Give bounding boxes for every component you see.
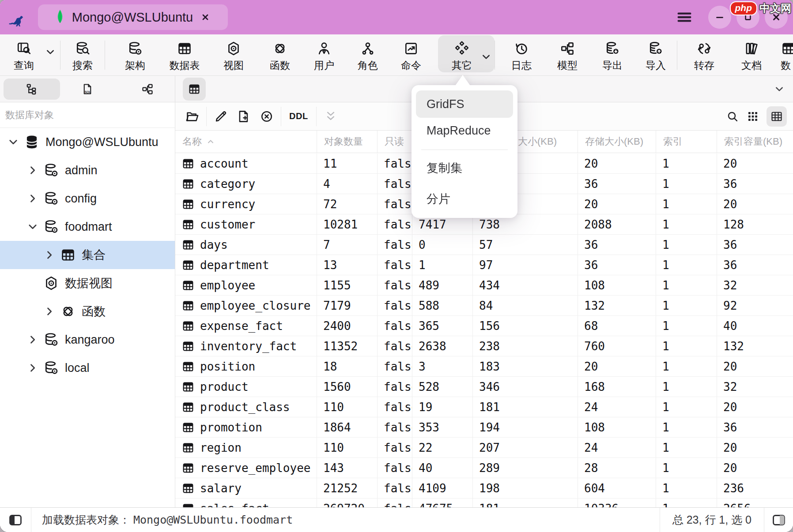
cell-value: 489 (419, 279, 439, 292)
tab-close-icon[interactable] (200, 12, 211, 22)
menu-item-gridfs[interactable]: GridFS (416, 90, 513, 118)
column-header-1[interactable]: 对象数量 (317, 131, 378, 153)
toolbar-table-button[interactable]: 数据表 (160, 34, 209, 76)
table-row[interactable]: product1560false528346168132 (175, 377, 793, 397)
chevron-expanded-icon[interactable] (7, 136, 19, 148)
chevron-collapsed-icon[interactable] (26, 192, 39, 205)
menu-item-item3[interactable]: 分片 (416, 186, 513, 212)
chevron-expanded-icon[interactable] (26, 221, 39, 233)
tabrow-chevron-down-icon[interactable] (774, 83, 785, 95)
table-cell: 20 (578, 194, 656, 214)
table-row[interactable]: inventory_fact11352false26382387601132 (175, 336, 793, 356)
cell-value: 47675 (419, 502, 453, 508)
toolbar-schema-button[interactable]: 架构 (110, 34, 160, 76)
table-row[interactable]: position18false318320120 (175, 356, 793, 377)
table-row[interactable]: days7false05736136 (175, 235, 793, 255)
table-cell: 68 (578, 316, 656, 336)
tab-tree-view[interactable] (4, 79, 60, 100)
column-header-0[interactable]: 名称 (175, 131, 317, 153)
chevron-collapsed-icon[interactable] (43, 305, 56, 318)
chevron-collapsed-icon[interactable] (26, 362, 39, 374)
toolbar-export-button[interactable]: 导出 (590, 34, 634, 76)
toolbar-search-button[interactable]: 搜索 (60, 34, 105, 76)
tree-item-label: kangaroo (65, 333, 115, 347)
toolbar-function-button[interactable]: 函数 (258, 34, 302, 76)
table-row[interactable]: sales_fact269720false476751811033612656 (175, 498, 793, 507)
search-icon[interactable] (726, 110, 739, 123)
design-collection-icon[interactable] (213, 109, 228, 124)
table-cell: false (378, 255, 412, 275)
cell-value: 1 (419, 259, 426, 272)
table-row[interactable]: product_class110false1918124120 (175, 397, 793, 417)
chevron-collapsed-icon[interactable] (26, 333, 39, 346)
sidebar-item-collections[interactable]: 集合 (0, 241, 175, 269)
sidebar-item-db-config[interactable]: config (0, 184, 175, 213)
other-icon (454, 41, 470, 56)
ddl-button[interactable]: DDL (289, 111, 308, 121)
sidebar-item-db-admin[interactable]: admin (0, 156, 175, 184)
toggle-left-panel-icon[interactable] (8, 513, 23, 528)
toolbar-search-label: 搜索 (72, 59, 93, 72)
column-header-7[interactable]: 索引容量(KB) (717, 131, 793, 153)
toolbar-dump-button[interactable]: 转存 (680, 34, 729, 76)
query-dropdown-button[interactable] (41, 34, 60, 58)
cell-value: 353 (419, 421, 439, 434)
sidebar-item-data-views[interactable]: 数据视图 (0, 269, 175, 297)
hex-eye-icon (226, 41, 242, 56)
chevron-collapsed-icon[interactable] (43, 249, 56, 261)
open-collection-icon[interactable] (185, 109, 200, 124)
grid-view-icon[interactable] (746, 110, 759, 123)
toolbar-command-button[interactable]: 命令 (389, 34, 433, 76)
column-header-2[interactable]: 只读 (378, 131, 412, 153)
table-row[interactable]: salary21252false41091986041236 (175, 478, 793, 498)
delete-collection-icon[interactable] (259, 109, 274, 124)
table-row[interactable]: department13false19736136 (175, 255, 793, 275)
sidebar-item-db-local[interactable]: local (0, 354, 175, 382)
toolbar-log-button[interactable]: 日志 (498, 34, 544, 76)
sidebar-item-db-foodmart[interactable]: foodmart (0, 213, 175, 241)
table-row[interactable]: reserve_employee143false4028928120 (175, 458, 793, 478)
sidebar-header: 数据库对象 (0, 102, 175, 128)
more-actions-chevrons-icon[interactable] (323, 109, 338, 124)
sidebar-item-functions[interactable]: 函数 (0, 297, 175, 326)
toolbar-role-button[interactable]: 角色 (346, 34, 389, 76)
table-cell: product (175, 377, 317, 397)
table-row[interactable]: promotion1864false353194108136 (175, 417, 793, 438)
table-row[interactable]: region110false2220724120 (175, 438, 793, 458)
main-menu-hamburger-icon[interactable] (676, 8, 693, 26)
toolbar-user-button[interactable]: 用户 (302, 34, 346, 76)
table-row[interactable]: expense_fact2400false36515668140 (175, 316, 793, 336)
column-header-5[interactable]: 存储大小(KB) (578, 131, 656, 153)
connection-tab[interactable]: Mongo@WSLUbuntu (38, 4, 228, 30)
sidebar-item-db-kangaroo[interactable]: kangaroo (0, 326, 175, 354)
table-cell: 20 (717, 438, 793, 457)
column-header-6[interactable]: 索引 (656, 131, 717, 153)
sidebar-item-mongo-connection[interactable]: Mongo@WSLUbuntu (0, 128, 175, 156)
toolbar-model-button[interactable]: 模型 (544, 34, 590, 76)
tab-sql-view[interactable]: SQL (72, 82, 103, 96)
list-view-toggle[interactable] (767, 106, 787, 127)
menu-item-item2[interactable]: 复制集 (416, 155, 513, 181)
cell-value: expense_fact (200, 319, 283, 333)
cell-value: 1 (662, 198, 669, 211)
menu-item-mapreduce[interactable]: MapReduce (416, 118, 513, 143)
cell-value: 269720 (323, 502, 365, 508)
toolbar-sync-button[interactable]: 数 (774, 34, 793, 76)
toolbar-query-button[interactable]: 查询 (7, 34, 41, 76)
toolbar-import-button[interactable]: 导入 (634, 34, 677, 76)
table-cell: employee (175, 275, 317, 295)
fn-icon (60, 303, 76, 319)
minimize-button[interactable] (708, 6, 731, 29)
table-row[interactable]: employee_closure7179false58884132192 (175, 296, 793, 316)
tab-model-view[interactable] (132, 82, 163, 96)
toolbar-view-button[interactable]: 视图 (209, 34, 258, 76)
toolbar-other-button[interactable]: 其它 (438, 35, 495, 72)
tab-object-list[interactable] (183, 78, 206, 101)
table-cell: salary (175, 478, 317, 498)
table-row[interactable]: employee1155false489434108132 (175, 275, 793, 296)
new-collection-icon[interactable] (236, 109, 251, 124)
toggle-right-panel-button[interactable] (764, 508, 793, 532)
chevron-collapsed-icon[interactable] (26, 164, 39, 176)
table-cell: 2638 (412, 336, 473, 356)
toolbar-docs-button[interactable]: 文档 (729, 34, 774, 76)
